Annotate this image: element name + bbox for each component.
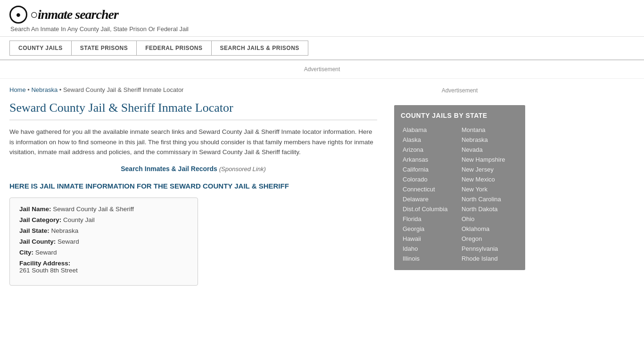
state-link-california[interactable]: California — [401, 165, 460, 174]
jail-name-label: Jail Name: — [19, 206, 51, 213]
sub-heading: HERE IS JAIL INMATE INFORMATION FOR THE … — [9, 182, 377, 190]
sidebar-ad-label: Advertisement — [394, 83, 525, 98]
county-jails-by-state-box: COUNTY JAILS BY STATE AlabamaAlaskaArizo… — [394, 105, 525, 270]
nav-federal-prisons[interactable]: FEDERAL PRISONS — [136, 41, 211, 56]
jail-state-value: Nebraska — [51, 227, 79, 234]
jail-address-label: Facility Address: — [19, 260, 70, 267]
jail-city-row: City: Seward — [19, 249, 188, 256]
jail-category-value: County Jail — [63, 216, 95, 223]
sponsored-link[interactable]: Search Inmates & Jail Records — [121, 165, 217, 173]
jail-category-row: Jail Category: County Jail — [19, 216, 188, 223]
content-area: Home • Nebraska • Seward County Jail & S… — [0, 79, 387, 293]
jail-county-value: Seward — [58, 238, 79, 245]
state-link-arkansas[interactable]: Arkansas — [401, 155, 460, 165]
nav-search-jails[interactable]: SEARCH JAILS & PRISONS — [211, 41, 308, 56]
state-link-idaho[interactable]: Idaho — [401, 244, 460, 254]
jail-category-label: Jail Category: — [19, 216, 61, 223]
sidebar: Advertisement COUNTY JAILS BY STATE Alab… — [387, 79, 533, 293]
state-link-delaware[interactable]: Delaware — [401, 194, 460, 204]
state-link-alabama[interactable]: Alabama — [401, 125, 460, 135]
nav-state-prisons[interactable]: STATE PRISONS — [71, 41, 136, 56]
state-link-new-york[interactable]: New York — [460, 184, 519, 194]
state-link-dist.of-columbia[interactable]: Dist.of Columbia — [401, 204, 460, 214]
state-link-florida[interactable]: Florida — [401, 214, 460, 224]
jail-state-label: Jail State: — [19, 227, 50, 234]
jail-city-label: City: — [19, 249, 33, 256]
ad-top-label: Advertisement — [304, 66, 340, 73]
state-col-right: MontanaNebraskaNevadaNew HampshireNew Je… — [460, 125, 519, 263]
state-link-colorado[interactable]: Colorado — [401, 174, 460, 184]
state-link-pennsylvania[interactable]: Pennsylvania — [460, 244, 519, 254]
state-col-left: AlabamaAlaskaArizonaArkansasCaliforniaCo… — [401, 125, 460, 263]
jail-city-value: Seward — [35, 249, 57, 256]
state-link-nevada[interactable]: Nevada — [460, 145, 519, 155]
breadcrumb-current: Seward County Jail & Sheriff Inmate Loca… — [63, 86, 184, 93]
state-link-georgia[interactable]: Georgia — [401, 224, 460, 234]
jail-name-value: Seward County Jail & Sheriff — [53, 206, 134, 213]
state-link-illinois[interactable]: Illinois — [401, 254, 460, 263]
page-description: We have gathered for you all the availab… — [9, 127, 377, 157]
jail-county-label: Jail County: — [19, 238, 56, 245]
logo-icon: ● — [9, 6, 27, 24]
state-link-new-jersey[interactable]: New Jersey — [460, 165, 519, 174]
tagline: Search An Inmate In Any County Jail, Sta… — [10, 25, 635, 33]
state-link-oklahoma[interactable]: Oklahoma — [460, 224, 519, 234]
state-link-rhode-island[interactable]: Rhode Island — [460, 254, 519, 263]
logo-area: ● ○inmate searcher — [9, 6, 635, 24]
jail-address-row: Facility Address: 261 South 8th Street — [19, 260, 188, 274]
state-link-montana[interactable]: Montana — [460, 125, 519, 135]
main-layout: Home • Nebraska • Seward County Jail & S… — [0, 79, 644, 293]
state-link-alaska[interactable]: Alaska — [401, 135, 460, 145]
nav-bar: COUNTY JAILS STATE PRISONS FEDERAL PRISO… — [0, 37, 644, 60]
page-title: Seward County Jail & Sheriff Inmate Loca… — [9, 101, 377, 120]
state-link-new-hampshire[interactable]: New Hampshire — [460, 155, 519, 165]
state-columns: AlabamaAlaskaArizonaArkansasCaliforniaCo… — [401, 125, 519, 263]
state-link-nebraska[interactable]: Nebraska — [460, 135, 519, 145]
breadcrumb-home[interactable]: Home — [9, 86, 26, 93]
state-link-north-carolina[interactable]: North Carolina — [460, 194, 519, 204]
state-link-hawaii[interactable]: Hawaii — [401, 234, 460, 244]
state-link-north-dakota[interactable]: North Dakota — [460, 204, 519, 214]
county-jails-title: COUNTY JAILS BY STATE — [401, 112, 519, 119]
jail-address-value: 261 South 8th Street — [19, 267, 188, 274]
state-link-connecticut[interactable]: Connecticut — [401, 184, 460, 194]
jail-county-row: Jail County: Seward — [19, 238, 188, 245]
state-link-arizona[interactable]: Arizona — [401, 145, 460, 155]
state-link-new-mexico[interactable]: New Mexico — [460, 174, 519, 184]
jail-state-row: Jail State: Nebraska — [19, 227, 188, 234]
nav-county-jails[interactable]: COUNTY JAILS — [9, 41, 71, 56]
logo-text: ○inmate searcher — [30, 7, 118, 22]
sponsored-note: (Sponsored Link) — [219, 165, 266, 173]
breadcrumb-state[interactable]: Nebraska — [31, 86, 58, 93]
jail-name-row: Jail Name: Seward County Jail & Sheriff — [19, 206, 188, 213]
breadcrumb: Home • Nebraska • Seward County Jail & S… — [9, 86, 377, 93]
sponsored-link-section: Search Inmates & Jail Records (Sponsored… — [9, 165, 377, 173]
state-link-ohio[interactable]: Ohio — [460, 214, 519, 224]
state-link-oregon[interactable]: Oregon — [460, 234, 519, 244]
header: ● ○inmate searcher Search An Inmate In A… — [0, 0, 644, 37]
jail-info-card: Jail Name: Seward County Jail & Sheriff … — [9, 197, 198, 286]
ad-top-bar: Advertisement — [0, 60, 644, 79]
